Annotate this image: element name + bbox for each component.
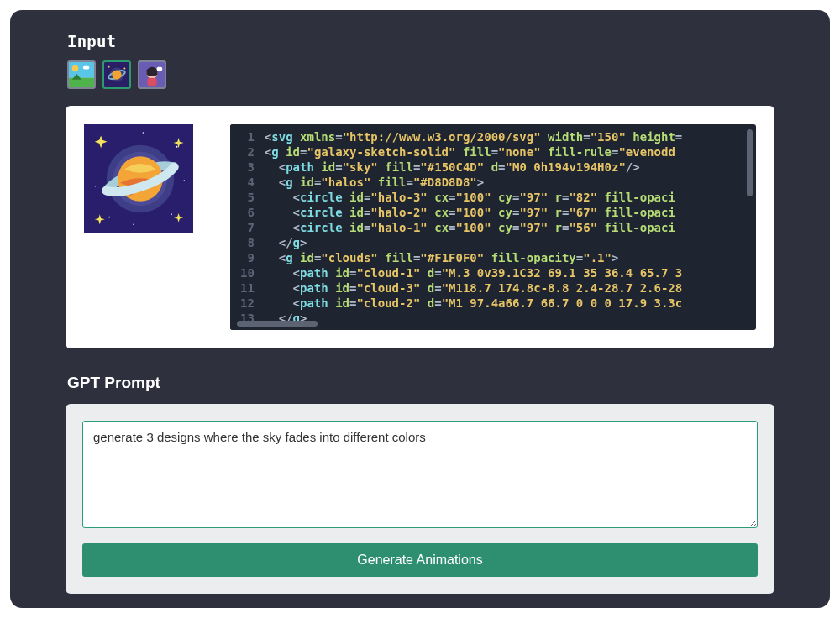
prompt-textarea[interactable] (82, 421, 758, 528)
avatar-icon (139, 62, 165, 87)
landscape-thumb[interactable] (67, 60, 96, 89)
svg-point-16 (176, 146, 178, 148)
vertical-scrollbar-thumb[interactable] (747, 129, 753, 196)
galaxy-thumb[interactable] (102, 60, 131, 89)
landscape-icon (69, 62, 94, 87)
galaxy-icon (104, 62, 129, 87)
svg-point-27 (146, 165, 152, 171)
svg-rect-13 (157, 67, 163, 71)
svg-point-9 (123, 68, 125, 70)
code-body: <svg xmlns="http://www.w3.org/2000/svg" … (261, 124, 756, 330)
svg-point-20 (95, 186, 96, 186)
input-section-title: Input (67, 32, 774, 50)
code-editor[interactable]: 12345678910111213 <svg xmlns="http://www… (230, 124, 756, 330)
svg-point-19 (143, 132, 144, 133)
svg-point-2 (72, 65, 79, 72)
horizontal-scrollbar-thumb[interactable] (237, 321, 318, 327)
avatar-thumb[interactable] (138, 60, 166, 89)
generate-animations-button[interactable]: Generate Animations (82, 543, 758, 577)
app-container: Input (10, 10, 830, 608)
svg-rect-12 (147, 78, 156, 86)
svg-point-7 (112, 70, 121, 79)
prompt-card: Generate Animations (66, 404, 774, 594)
svg-point-22 (133, 224, 134, 225)
svg-point-18 (171, 213, 172, 215)
svg-rect-3 (83, 66, 90, 70)
prompt-section-title: GPT Prompt (67, 374, 774, 392)
svg-preview (84, 124, 193, 233)
line-gutter: 12345678910111213 (230, 124, 261, 330)
svg-point-17 (108, 217, 110, 218)
thumbnail-row (66, 60, 774, 89)
code-column: 12345678910111213 <svg xmlns="http://www… (230, 124, 756, 330)
svg-point-8 (108, 66, 110, 68)
preview-column (84, 124, 210, 330)
input-panel: 12345678910111213 <svg xmlns="http://www… (66, 106, 774, 348)
svg-point-21 (184, 180, 185, 181)
